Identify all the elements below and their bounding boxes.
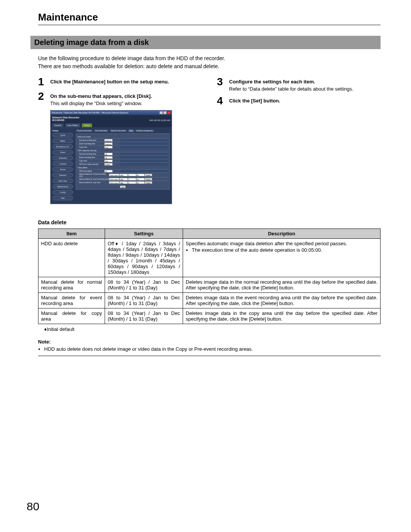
data-delete-label: Data delete	[78, 166, 168, 169]
step-1-text: Click the [Maintenance] button on the se…	[50, 79, 169, 85]
page-number: 80	[27, 500, 39, 513]
step-number-4: 4	[217, 96, 229, 106]
subtab-disk-info[interactable]: Disk information	[94, 129, 108, 132]
sel-copy-area[interactable]: Stop	[104, 146, 113, 149]
datetime-label: JAN 30 08 12:00 AM	[149, 119, 170, 121]
th-description: Description	[183, 229, 381, 239]
cell-settings-1: 08 to 34 (Year) / Jan to Dec (Month) / 1…	[105, 277, 183, 293]
maximize-icon[interactable]	[163, 111, 167, 114]
sel-cw-event[interactable]: Off	[104, 156, 113, 159]
cell-desc-0-bullet: The execution time of the auto delete op…	[192, 247, 378, 253]
initial-default-note: ♦Initial default	[44, 326, 381, 332]
sel-cw-copy[interactable]: 10%	[104, 160, 113, 162]
tab-cam-select[interactable]: Cam Select	[65, 123, 80, 127]
intro-line-2: There are two methods available for dele…	[38, 62, 381, 70]
step-number-2: 2	[38, 91, 50, 102]
row-normal-rec: Normal recording area	[78, 139, 104, 141]
btn-delete-2[interactable]: Delete	[145, 181, 152, 184]
side-server[interactable]: Server	[53, 167, 73, 172]
side-help[interactable]: Help	[53, 196, 73, 200]
cell-settings-2: 08 to 34 (Year) / Jan to Dec (Month) / 1…	[105, 293, 183, 308]
table-row: Manual delete for event recording area 0…	[38, 293, 381, 308]
cell-item-3: Manual delete for copy area	[38, 308, 105, 324]
brand-line2: WJ-ND400	[52, 119, 80, 121]
cell-desc-2: Deletes image data in the event recordin…	[183, 293, 381, 308]
th-settings: Settings	[105, 229, 183, 239]
sel-auto-delete[interactable]: Off	[104, 170, 113, 173]
note-rule	[38, 356, 381, 356]
sel-mn0-y[interactable]: 08	[136, 174, 145, 176]
row-cw-event: Event recording area	[78, 157, 104, 158]
cell-settings-0: Off♦ / 1day / 2days / 3days / 4days / 5d…	[105, 239, 183, 277]
title-rule	[38, 25, 381, 25]
sel-cw-normal[interactable]: Off	[104, 153, 113, 155]
row-man-event: Manual delete for event recording area	[78, 178, 109, 180]
hdd-capacity-warning-label: HDD capacity warning	[78, 149, 168, 152]
brand-line1: Network Disk Recorder	[52, 116, 80, 119]
cell-item-0: HDD auto delete	[38, 239, 105, 277]
minimize-icon[interactable]	[159, 111, 163, 114]
step-number-3: 3	[217, 77, 229, 87]
sel-mn1-d[interactable]: 1	[128, 178, 136, 181]
close-icon[interactable]	[167, 111, 170, 114]
subtab-settings-mgmt[interactable]: Settings management	[135, 129, 154, 132]
set-button[interactable]: Set	[120, 185, 125, 188]
row-hour-meter: HDD hour meter warning	[78, 163, 104, 165]
row-event-rec: Event recording area	[78, 143, 104, 145]
lbl-before-0: Delete before	[109, 174, 119, 176]
step-3-text: Configure the settings for each item.	[229, 79, 315, 85]
btn-delete-0[interactable]: Delete	[145, 174, 152, 176]
row-man-copy: Manual delete for copy area	[78, 182, 109, 184]
row-copy-area: Copy area	[78, 146, 104, 148]
page-title: Maintenance	[38, 11, 381, 23]
row-man-normal: Manual delete for normal recording area	[78, 173, 109, 177]
cell-desc-0: Specifies automatic image data deletion …	[186, 241, 347, 246]
sel-hour-meter[interactable]: 10000h	[104, 163, 113, 166]
side-schedule[interactable]: Schedule	[53, 156, 73, 160]
step-4-text: Click the [Set] button.	[229, 98, 280, 104]
sel-event-rec[interactable]: Continue	[104, 142, 113, 145]
side-maintenance[interactable]: Maintenance	[53, 184, 73, 189]
side-network[interactable]: Network	[53, 173, 73, 177]
sel-mn2-d[interactable]: 1	[128, 181, 136, 184]
disk-end-notice-label: Disk end notice	[78, 136, 168, 138]
side-emergency[interactable]: Emergency rec.	[53, 144, 73, 149]
step-number-1: 1	[38, 77, 50, 87]
step-3-sub: Refer to “Data delete” table for details…	[229, 86, 381, 92]
side-config[interactable]: Config	[53, 190, 73, 195]
sel-mn2-y[interactable]: 08	[136, 181, 145, 184]
subtab-network-info[interactable]: Network information	[110, 129, 127, 132]
table-row: Manual delete for normal recording area …	[38, 277, 381, 293]
cell-desc-3: Deletes image data in the copy area unti…	[183, 308, 381, 324]
side-quick[interactable]: Quick	[53, 133, 73, 137]
sel-mn1-y[interactable]: 08	[136, 178, 145, 181]
lbl-before-2: Delete before	[109, 181, 119, 184]
sel-mn0-m[interactable]: JAN	[119, 174, 128, 176]
table-row: HDD auto delete Off♦ / 1day / 2days / 3d…	[38, 239, 381, 277]
sel-mn2-m[interactable]: JAN	[119, 181, 128, 184]
disk-setting-screenshot: Panasonic / Network Disk Recorder WJ-ND4…	[50, 110, 172, 204]
data-delete-table: Item Settings Description HDD auto delet…	[38, 228, 381, 324]
subtab-product-info[interactable]: Product information	[76, 129, 93, 132]
row-cw-copy: Copy area	[78, 160, 104, 162]
side-event[interactable]: Event	[53, 150, 73, 155]
step-2-sub: This will display the "Disk setting" win…	[50, 101, 202, 106]
btn-delete-1[interactable]: Delete	[145, 178, 152, 181]
table-row: Manual delete for copy area 08 to 34 (Ye…	[38, 308, 381, 324]
note-bullet: HDD auto delete does not delete image or…	[44, 346, 381, 352]
sel-mn0-d[interactable]: 1	[128, 174, 136, 176]
step-2-text: On the sub-menu that appears, click [Dis…	[50, 93, 152, 99]
cell-settings-3: 08 to 34 (Year) / Jan to Dec (Month) / 1…	[105, 308, 183, 324]
sel-mn1-m[interactable]: JAN	[119, 178, 128, 181]
cell-item-2: Manual delete for event recording area	[38, 293, 105, 308]
window-title: Panasonic / Network Disk Recorder WJ-ND4…	[52, 112, 128, 114]
side-basic[interactable]: Basic	[53, 139, 73, 143]
cell-item-1: Manual delete for normal recording area	[38, 277, 105, 293]
tab-setup[interactable]: Setup	[82, 123, 92, 127]
side-usermng[interactable]: User mng.	[53, 179, 73, 183]
side-camera[interactable]: Camera	[53, 161, 73, 166]
sel-normal-rec[interactable]: Continue	[104, 139, 113, 142]
subtab-disk[interactable]: Disk	[128, 129, 134, 132]
intro-line-1: Use the following procedure to delete im…	[38, 54, 381, 62]
tab-control[interactable]: Control	[52, 123, 64, 127]
